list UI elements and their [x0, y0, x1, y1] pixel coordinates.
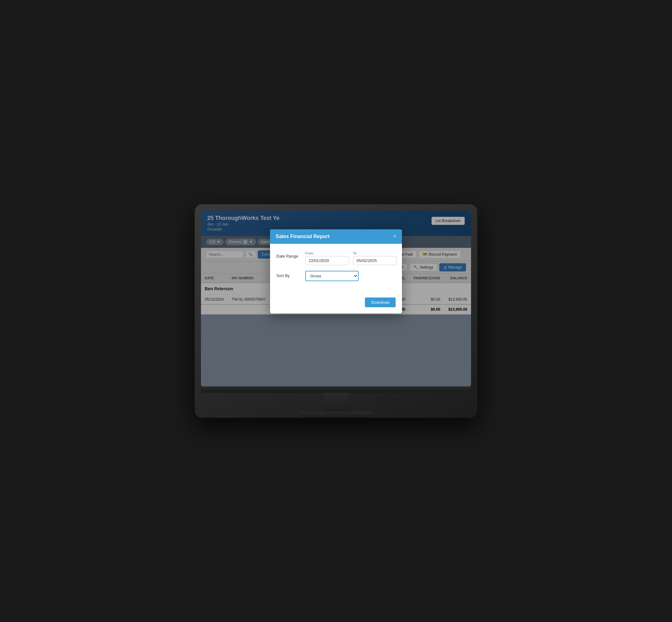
stand-base [298, 412, 374, 418]
modal-title: Sales Financial Report [276, 234, 330, 239]
modal-dialog: Sales Financial Report × Date Range From [270, 229, 402, 313]
monitor-screen: Lot Breakdown 25 ThoroughWorks Test Ye J… [201, 210, 471, 386]
to-label: To [353, 251, 397, 255]
sort-by-row: Sort By Gross Net Date Name [276, 271, 396, 281]
modal-header: Sales Financial Report × [270, 229, 402, 244]
date-range-fields: From To [305, 251, 397, 265]
monitor-chin [201, 386, 471, 393]
to-date-input[interactable] [353, 256, 397, 265]
sort-by-select[interactable]: Gross Net Date Name [305, 271, 359, 281]
modal-body: Date Range From To [270, 244, 402, 295]
modal-close-button[interactable]: × [393, 234, 396, 239]
from-date-col: From [305, 251, 349, 265]
from-label: From [305, 251, 349, 255]
modal-footer: Download [270, 295, 402, 313]
to-date-col: To [353, 251, 397, 265]
from-date-input[interactable] [305, 256, 349, 265]
modal-overlay: Sales Financial Report × Date Range From [201, 210, 471, 386]
monitor-outer: Lot Breakdown 25 ThoroughWorks Test Ye J… [195, 204, 477, 418]
sort-by-label: Sort By [276, 271, 302, 278]
date-range-label: Date Range [276, 251, 302, 258]
modal-download-button[interactable]: Download [365, 298, 396, 307]
stand-neck [323, 393, 349, 412]
date-range-row: Date Range From To [276, 251, 396, 265]
